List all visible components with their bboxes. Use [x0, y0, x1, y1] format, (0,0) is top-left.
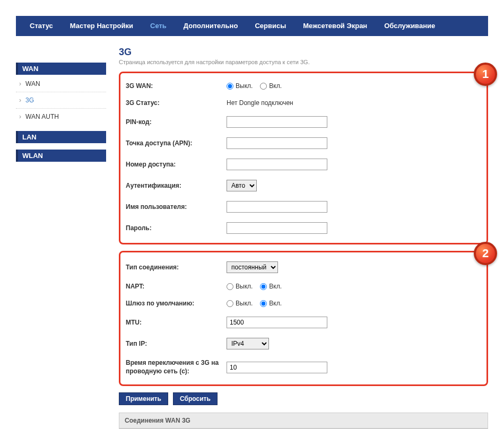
badge-one: 1 [474, 63, 497, 86]
sidebar-head-lan[interactable]: LAN [16, 131, 106, 143]
label-switch-time: Время переключения с 3G на проводную сет… [126, 359, 227, 375]
radio-gw-on[interactable] [260, 300, 267, 307]
value-3g-status: Нет Dongle подключен [227, 99, 481, 107]
nav-wizard[interactable]: Мастер Настройки [62, 16, 142, 36]
nav-network[interactable]: Сеть [142, 16, 175, 36]
label-3g-status: 3G Статус: [126, 99, 227, 107]
nav-advanced[interactable]: Дополнительно [175, 16, 247, 36]
page-title: 3G [119, 47, 488, 58]
reset-button[interactable]: Сбросить [173, 392, 218, 405]
input-dial[interactable] [227, 159, 327, 170]
select-auth[interactable]: Авто [227, 180, 257, 191]
radio-label-gw-off: Выкл. [236, 300, 253, 307]
label-mtu: MTU: [126, 319, 227, 326]
sidebar-item-wan[interactable]: WAN [16, 76, 106, 92]
label-apn: Точка доступа (APN): [126, 139, 227, 147]
nav-status[interactable]: Статус [21, 16, 62, 36]
input-pin[interactable] [227, 116, 327, 128]
label-auth: Аутентификация: [126, 182, 227, 189]
radio-label-off: Выкл. [236, 82, 253, 90]
radio-napt-on[interactable] [260, 283, 267, 290]
label-3g-wan: 3G WAN: [126, 82, 227, 90]
label-gateway: Шлюз по умолчанию: [126, 300, 227, 307]
label-username: Имя пользователя: [126, 203, 227, 211]
radio-label-napt-on: Вкл. [269, 283, 282, 290]
radio-napt-off[interactable] [227, 283, 233, 290]
top-nav: Статус Мастер Настройки Сеть Дополнитель… [16, 16, 488, 36]
label-iptype: Тип IP: [126, 340, 227, 347]
nav-maintenance[interactable]: Обслуживание [376, 16, 444, 36]
radio-label-gw-on: Вкл. [269, 300, 282, 307]
sidebar-item-3g[interactable]: 3G [16, 92, 106, 109]
input-apn[interactable] [227, 137, 327, 149]
input-mtu[interactable] [227, 317, 327, 328]
settings-box-2: 2 Тип соединения: постоянный NAPT: Выкл.… [119, 251, 488, 386]
radio-label-napt-off: Выкл. [236, 283, 253, 290]
badge-two: 2 [474, 242, 497, 265]
label-dial: Номер доступа: [126, 161, 227, 168]
apply-button[interactable]: Применить [119, 392, 168, 405]
select-conn-type[interactable]: постоянный [227, 261, 278, 273]
radio-label-on: Вкл. [269, 82, 282, 90]
select-iptype[interactable]: IPv4 [227, 338, 269, 349]
nav-services[interactable]: Сервисы [246, 16, 294, 36]
sidebar-item-wan-auth[interactable]: WAN AUTH [16, 109, 106, 125]
table-title: Соединения WAN 3G [119, 413, 488, 428]
sidebar-head-wlan[interactable]: WLAN [16, 150, 106, 162]
input-password[interactable] [227, 222, 327, 234]
label-conn-type: Тип соединения: [126, 264, 227, 271]
input-username[interactable] [227, 201, 327, 213]
input-switch-time[interactable] [227, 362, 327, 373]
sidebar: WAN WAN 3G WAN AUTH LAN WLAN [16, 63, 106, 429]
label-napt: NAPT: [126, 283, 227, 290]
main-content: 3G Страница используется для настройки п… [119, 47, 488, 429]
page-subtitle: Страница используется для настройки пара… [119, 59, 488, 65]
sidebar-head-wan[interactable]: WAN [16, 63, 106, 75]
radio-3g-wan-off[interactable] [227, 83, 233, 90]
nav-firewall[interactable]: Межсетевой Экран [294, 16, 376, 36]
radio-3g-wan-on[interactable] [260, 83, 267, 90]
radio-gw-off[interactable] [227, 300, 233, 307]
settings-box-1: 1 3G WAN: Выкл. Вкл. 3G Статус: Нет Dong… [119, 72, 488, 244]
label-password: Пароль: [126, 224, 227, 232]
label-pin: PIN-код: [126, 118, 227, 126]
